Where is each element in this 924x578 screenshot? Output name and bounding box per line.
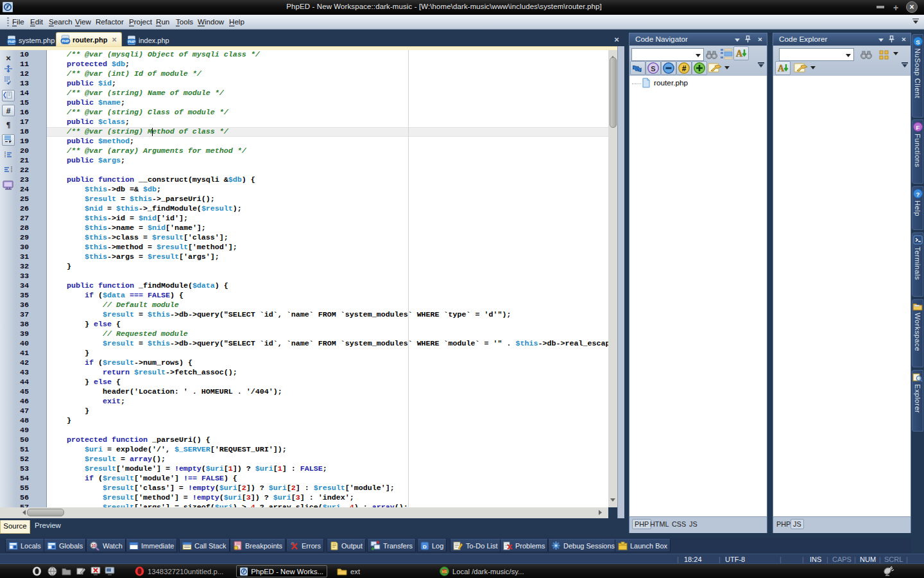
svg-text:A: A <box>778 64 785 73</box>
svg-text:A: A <box>736 49 743 58</box>
svg-text:?: ? <box>916 191 920 198</box>
svg-text:10: 10 <box>91 543 96 548</box>
svg-text:PHP: PHP <box>8 39 15 43</box>
svg-text:F: F <box>916 124 920 131</box>
svg-text:HS: HS <box>442 570 447 574</box>
svg-text:#: # <box>682 64 687 73</box>
svg-text:PHP: PHP <box>128 39 135 43</box>
svg-text:D: D <box>423 543 427 549</box>
svg-text:PHP: PHP <box>62 39 69 42</box>
svg-text:S: S <box>916 39 920 46</box>
svg-text:S: S <box>651 65 655 73</box>
